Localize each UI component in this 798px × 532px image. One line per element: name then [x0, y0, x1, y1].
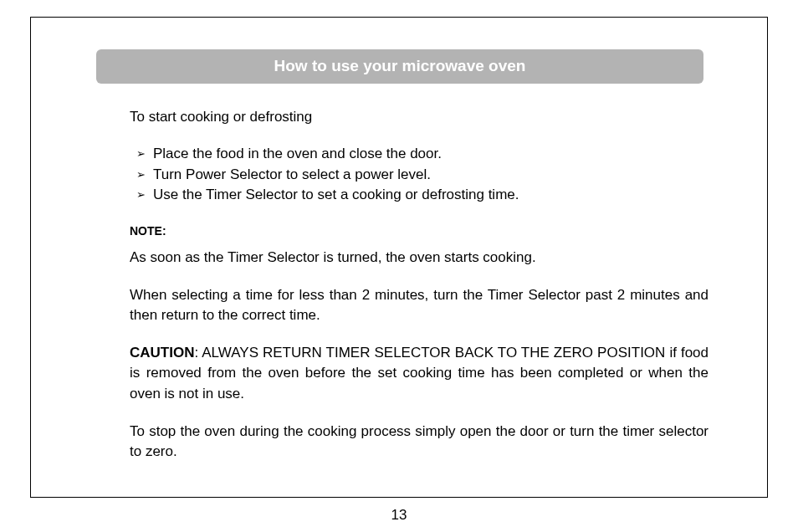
bullet-list: ➢ Place the food in the oven and close t… — [136, 144, 708, 206]
bullet-icon: ➢ — [136, 146, 153, 162]
section-header: How to use your microwave oven — [96, 49, 703, 84]
note-paragraph-1: As soon as the Timer Selector is turned,… — [130, 248, 708, 269]
page-frame: How to use your microwave oven To start … — [30, 17, 768, 498]
bullet-icon: ➢ — [136, 167, 153, 183]
bullet-text: Use the Timer Selector to set a cooking … — [153, 185, 519, 206]
page-number: 13 — [0, 507, 798, 524]
note-label: NOTE: — [130, 224, 708, 238]
caution-paragraph: CAUTION: ALWAYS RETURN TIMER SELECTOR BA… — [130, 343, 708, 405]
bullet-text: Place the food in the oven and close the… — [153, 144, 442, 165]
caution-text: : ALWAYS RETURN TIMER SELECTOR BACK TO T… — [130, 345, 708, 402]
intro-text: To start cooking or defrosting — [130, 109, 708, 125]
caution-label: CAUTION — [130, 345, 194, 361]
note-paragraph-2: When selecting a time for less than 2 mi… — [130, 285, 708, 326]
bullet-item: ➢ Place the food in the oven and close t… — [136, 144, 708, 165]
bullet-text: Turn Power Selector to select a power le… — [153, 165, 431, 186]
page-content: How to use your microwave oven To start … — [31, 18, 767, 463]
bullet-item: ➢ Use the Timer Selector to set a cookin… — [136, 185, 708, 206]
bullet-item: ➢ Turn Power Selector to select a power … — [136, 165, 708, 186]
bullet-icon: ➢ — [136, 187, 153, 203]
stop-paragraph: To stop the oven during the cooking proc… — [130, 422, 708, 463]
